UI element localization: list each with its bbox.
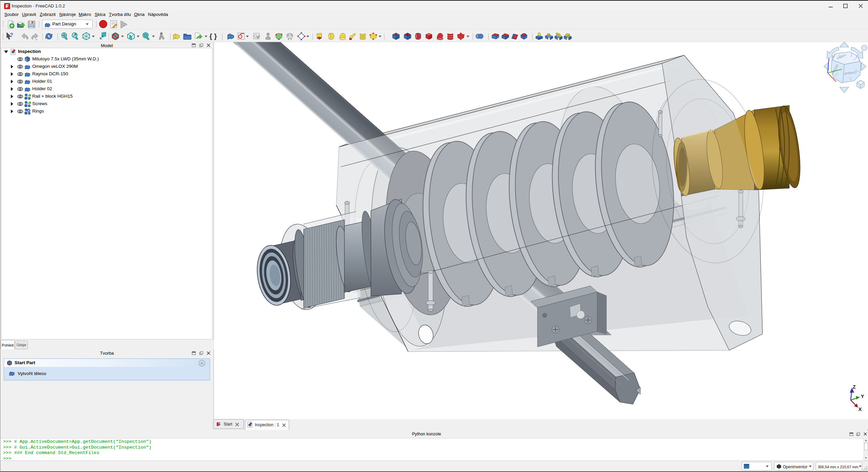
svg-text:{ }: { }	[209, 32, 217, 40]
svg-text:Z: Z	[853, 384, 856, 390]
svg-text:Y: Y	[861, 394, 864, 399]
svg-text:?: ?	[10, 32, 13, 38]
svg-text:X: X	[858, 407, 862, 412]
